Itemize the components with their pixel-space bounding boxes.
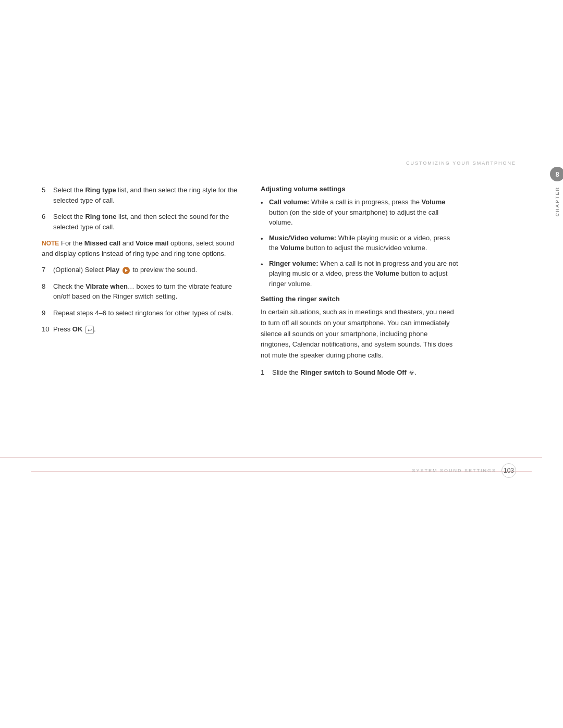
chapter-tab: 8 CHAPTER: [552, 167, 563, 217]
step-5-number: 5: [42, 185, 50, 205]
step-10-text: Press OK ↩.: [53, 324, 96, 335]
note-text: For the Missed call and Voice mail optio…: [42, 239, 234, 257]
step-8-text: Check the Vibrate when… boxes to turn th…: [53, 281, 240, 302]
right-column: Adjusting volume settings • Call volume:…: [261, 185, 459, 384]
bullet-call-volume-text: Call volume: While a call is in progress…: [269, 197, 459, 228]
note-block: NOTE For the Missed call and Voice mail …: [42, 238, 240, 258]
footer-label: SYSTEM SOUND SETTINGS: [412, 468, 496, 473]
ringer-switch-icon: ☣: [409, 368, 415, 378]
bullet-music-volume: • Music/Video volume: While playing musi…: [261, 233, 459, 253]
step-7-number: 7: [42, 265, 50, 275]
ringer-switch-body: In certain situations, such as in meetin…: [261, 307, 459, 361]
left-column: 5 Select the Ring type list, and then se…: [42, 185, 240, 384]
step-6-number: 6: [42, 212, 50, 232]
content-area: 5 Select the Ring type list, and then se…: [42, 185, 532, 384]
chapter-number: 8: [550, 167, 563, 181]
ok-icon: ↩: [85, 326, 94, 334]
step-9: 9 Repeat steps 4–6 to select ringtones f…: [42, 308, 240, 318]
bullet-dot-3: •: [261, 260, 266, 289]
ringer-step-1: 1 Slide the Ringer switch to Sound Mode …: [261, 367, 459, 378]
bullet-dot-2: •: [261, 234, 266, 253]
step-8-number: 8: [42, 281, 50, 302]
step-7: 7 (Optional) Select Play to preview the …: [42, 265, 240, 275]
step-7-text: (Optional) Select Play to preview the so…: [53, 265, 197, 275]
page-header: CUSTOMIZING YOUR SMARTPHONE: [0, 161, 542, 166]
header-chapter-label: CUSTOMIZING YOUR SMARTPHONE: [406, 161, 516, 166]
step-6: 6 Select the Ring tone list, and then se…: [42, 212, 240, 232]
chapter-vertical-text: CHAPTER: [555, 187, 560, 217]
play-icon: [123, 267, 130, 274]
ringer-step-1-text: Slide the Ringer switch to Sound Mode Of…: [272, 367, 417, 378]
page-number: 103: [501, 463, 516, 478]
step-5: 5 Select the Ring type list, and then se…: [42, 185, 240, 205]
section-2-heading: Setting the ringer switch: [261, 295, 459, 303]
bullet-ringer-volume: • Ringer volume: When a call is not in p…: [261, 258, 459, 289]
page-wrapper: CUSTOMIZING YOUR SMARTPHONE 8 CHAPTER 5 …: [0, 0, 563, 728]
step-9-text: Repeat steps 4–6 to select ringtones for…: [53, 308, 233, 318]
step-6-text: Select the Ring tone list, and then sele…: [53, 212, 240, 232]
bullet-music-volume-text: Music/Video volume: While playing music …: [269, 233, 459, 253]
bullet-list-volume: • Call volume: While a call is in progre…: [261, 197, 459, 289]
step-8: 8 Check the Vibrate when… boxes to turn …: [42, 281, 240, 302]
page-footer: SYSTEM SOUND SETTINGS 103: [0, 458, 542, 478]
section-1-heading: Adjusting volume settings: [261, 185, 459, 193]
bullet-dot-1: •: [261, 198, 266, 228]
step-10-number: 10: [42, 324, 50, 335]
bullet-ringer-volume-text: Ringer volume: When a call is not in pro…: [269, 258, 459, 289]
ringer-step-1-number: 1: [261, 367, 269, 378]
note-label: NOTE: [42, 240, 59, 247]
step-5-text: Select the Ring type list, and then sele…: [53, 185, 240, 205]
step-9-number: 9: [42, 308, 50, 318]
bullet-call-volume: • Call volume: While a call is in progre…: [261, 197, 459, 228]
step-10: 10 Press OK ↩.: [42, 324, 240, 335]
